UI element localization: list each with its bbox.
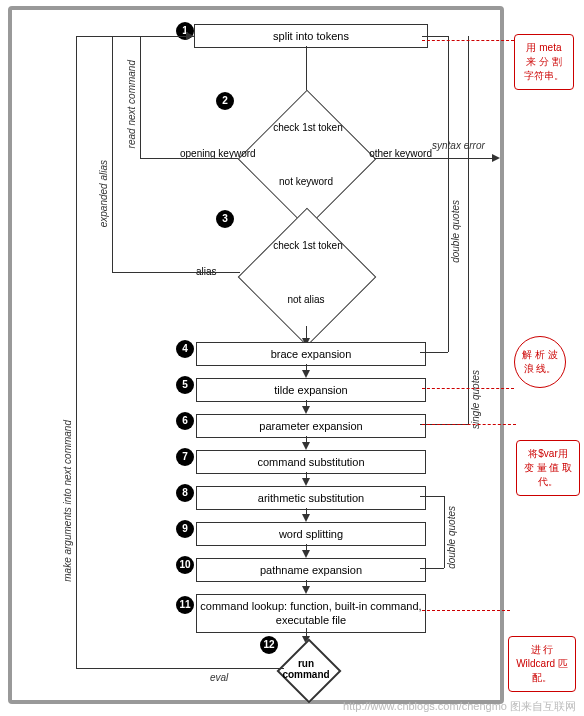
- edge-expanded-alias: expanded alias: [98, 160, 109, 227]
- step-badge-5: 5: [176, 376, 194, 394]
- edge-single-quotes: single quotes: [470, 370, 481, 429]
- edge-double-quotes-2: double quotes: [446, 506, 457, 569]
- node-split-tokens: split into tokens: [194, 24, 428, 48]
- edge-make-args: make arguments into next command: [62, 420, 73, 582]
- diamond3-top: check 1st token: [256, 240, 360, 251]
- step-badge-3: 3: [216, 210, 234, 228]
- node-parameter: parameter expansion: [196, 414, 426, 438]
- node-command-sub: command substitution: [196, 450, 426, 474]
- diamond2-bottom: not keyword: [266, 176, 346, 187]
- step-badge-12: 12: [260, 636, 278, 654]
- step-badge-10: 10: [176, 556, 194, 574]
- step-badge-4: 4: [176, 340, 194, 358]
- step-badge-9: 9: [176, 520, 194, 538]
- node-arithmetic: arithmetic substitution: [196, 486, 426, 510]
- run-label: run command: [276, 658, 336, 680]
- diamond2-top: check 1st token: [256, 122, 360, 133]
- edge-read-next: read next command: [126, 60, 137, 148]
- edge-double-quotes-1: double quotes: [450, 200, 461, 263]
- callout-tilde: 解 析 波 浪 线。: [514, 336, 566, 388]
- step-badge-6: 6: [176, 412, 194, 430]
- node-pathname: pathname expansion: [196, 558, 426, 582]
- edge-syntax-error: syntax error: [432, 140, 485, 151]
- node-lookup: command lookup: function, built-in comma…: [196, 594, 426, 633]
- step-badge-7: 7: [176, 448, 194, 466]
- node-brace: brace expansion: [196, 342, 426, 366]
- step-badge-11: 11: [176, 596, 194, 614]
- step-badge-8: 8: [176, 484, 194, 502]
- node-word-split: word splitting: [196, 522, 426, 546]
- step-badge-2: 2: [216, 92, 234, 110]
- watermark: http://www.cnblogs.com/chengmo 图来自互联网: [343, 699, 576, 714]
- callout-var: 将$var用 变 量 值 取代。: [516, 440, 580, 496]
- node-tilde: tilde expansion: [196, 378, 426, 402]
- edge-eval: eval: [210, 672, 228, 683]
- diamond3-bottom: not alias: [266, 294, 346, 305]
- callout-meta: 用 meta 来 分 割 字符串。: [514, 34, 574, 90]
- callout-wildcard: 进 行 Wildcard 匹配。: [508, 636, 576, 692]
